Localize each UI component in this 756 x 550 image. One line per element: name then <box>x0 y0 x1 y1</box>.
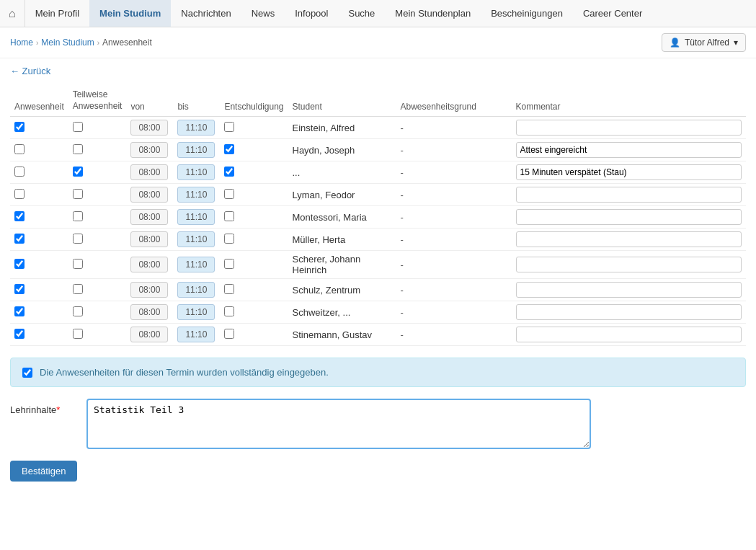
entschuldigung-checkbox-0[interactable] <box>224 122 234 132</box>
teilweise-checkbox-3[interactable] <box>73 189 83 199</box>
abwesenheitsgrund-5: - <box>396 229 512 251</box>
kommentar-input-5[interactable] <box>516 231 742 247</box>
bis-input-1[interactable] <box>177 142 215 158</box>
student-name-4: Montessori, Maria <box>288 206 396 229</box>
table-row: Müller, Herta- <box>10 229 746 251</box>
von-input-3[interactable] <box>130 187 168 203</box>
bis-input-9[interactable] <box>177 327 215 342</box>
kommentar-input-1[interactable] <box>516 142 742 158</box>
status-message: Die Anwesenheiten für diesen Termin wurd… <box>40 367 329 378</box>
table-row: Montessori, Maria- <box>10 206 746 229</box>
anwesenheit-checkbox-9[interactable] <box>14 329 25 339</box>
nav-item-infopool[interactable]: Infopool <box>285 0 338 27</box>
entschuldigung-checkbox-3[interactable] <box>224 189 234 199</box>
anwesenheit-checkbox-8[interactable] <box>14 306 25 316</box>
breadcrumb-separator: › <box>97 39 99 47</box>
teilweise-checkbox-1[interactable] <box>73 144 83 154</box>
nav-item-mein-studium[interactable]: Mein Studium <box>89 0 171 27</box>
main-content: Anwesenheit TeilweiseAnwesenheit von bis… <box>0 87 756 492</box>
status-checkbox[interactable] <box>22 368 32 378</box>
anwesenheit-checkbox-4[interactable] <box>14 211 25 221</box>
entschuldigung-checkbox-9[interactable] <box>224 329 234 339</box>
teilweise-checkbox-5[interactable] <box>73 234 83 244</box>
von-input-8[interactable] <box>130 304 168 320</box>
anwesenheit-checkbox-3[interactable] <box>14 189 25 199</box>
nav-item-mein-profil[interactable]: Mein Profil <box>25 0 89 27</box>
tutor-icon: 👤 <box>670 37 680 48</box>
table-row: Einstein, Alfred- <box>10 117 746 139</box>
teilweise-checkbox-9[interactable] <box>73 329 83 339</box>
nav-item-news[interactable]: News <box>241 0 285 27</box>
teilweise-checkbox-6[interactable] <box>73 259 83 269</box>
breadcrumb-item-1[interactable]: Mein Studium <box>41 37 94 48</box>
anwesenheit-checkbox-0[interactable] <box>14 122 25 132</box>
anwesenheit-checkbox-5[interactable] <box>14 234 25 244</box>
bis-input-7[interactable] <box>177 282 215 298</box>
lehrinhalte-textarea[interactable] <box>86 399 591 449</box>
th-von: von <box>126 87 173 117</box>
bis-input-5[interactable] <box>177 231 215 247</box>
kommentar-input-8[interactable] <box>516 304 742 320</box>
entschuldigung-checkbox-8[interactable] <box>224 306 234 316</box>
abwesenheitsgrund-2: - <box>396 161 512 184</box>
student-name-1: Haydn, Joseph <box>288 139 396 161</box>
teilweise-checkbox-8[interactable] <box>73 306 83 316</box>
teilweise-checkbox-0[interactable] <box>73 122 83 132</box>
teilweise-checkbox-4[interactable] <box>73 211 83 221</box>
kommentar-input-2[interactable] <box>516 164 742 180</box>
bis-input-2[interactable] <box>177 164 215 180</box>
kommentar-input-4[interactable] <box>516 209 742 225</box>
kommentar-input-6[interactable] <box>516 257 742 272</box>
entschuldigung-checkbox-2[interactable] <box>224 167 234 177</box>
bis-input-8[interactable] <box>177 304 215 320</box>
entschuldigung-checkbox-5[interactable] <box>224 234 234 244</box>
nav-item-mein-stundenplan[interactable]: Mein Stundenplan <box>385 0 481 27</box>
bis-input-3[interactable] <box>177 187 215 203</box>
th-entschuldigung: Entschuldigung <box>220 87 288 117</box>
entschuldigung-checkbox-6[interactable] <box>224 259 234 269</box>
confirm-button[interactable]: Bestätigen <box>10 461 77 482</box>
kommentar-input-0[interactable] <box>516 120 742 136</box>
von-input-0[interactable] <box>130 120 168 136</box>
von-input-2[interactable] <box>130 164 168 180</box>
von-input-7[interactable] <box>130 282 168 298</box>
bis-input-6[interactable] <box>177 257 215 272</box>
nav-item-career-center[interactable]: Career Center <box>573 0 652 27</box>
lehrinhalte-section: Lehrinhalte* <box>10 399 746 449</box>
teilweise-checkbox-2[interactable] <box>73 167 83 177</box>
von-input-4[interactable] <box>130 209 168 225</box>
anwesenheit-checkbox-7[interactable] <box>14 284 25 294</box>
anwesenheit-checkbox-2[interactable] <box>14 167 25 177</box>
kommentar-input-7[interactable] <box>516 282 742 298</box>
th-abwesenheitsgrund: Abwesenheitsgrund <box>396 87 512 117</box>
nav-item-bescheinigungen[interactable]: Bescheinigungen <box>481 0 573 27</box>
nav-item-suche[interactable]: Suche <box>338 0 385 27</box>
breadcrumb-item-0[interactable]: Home <box>10 37 33 48</box>
student-name-0: Einstein, Alfred <box>288 117 396 139</box>
nav-item-nachrichten[interactable]: Nachrichten <box>171 0 241 27</box>
abwesenheitsgrund-8: - <box>396 301 512 324</box>
anwesenheit-checkbox-1[interactable] <box>14 144 25 154</box>
th-anwesenheit: Anwesenheit <box>10 87 68 117</box>
table-row: Stinemann, Gustav- <box>10 324 746 346</box>
student-name-3: Lyman, Feodor <box>288 184 396 206</box>
kommentar-input-9[interactable] <box>516 327 742 342</box>
entschuldigung-checkbox-4[interactable] <box>224 211 234 221</box>
home-button[interactable]: ⌂ <box>0 0 25 27</box>
von-input-6[interactable] <box>130 257 168 272</box>
bis-input-0[interactable] <box>177 120 215 136</box>
anwesenheit-checkbox-6[interactable] <box>14 259 25 269</box>
teilweise-checkbox-7[interactable] <box>73 284 83 294</box>
tutor-label: Tütor Alfred <box>685 37 729 48</box>
von-input-5[interactable] <box>130 231 168 247</box>
von-input-1[interactable] <box>130 142 168 158</box>
entschuldigung-checkbox-1[interactable] <box>224 144 234 154</box>
back-link[interactable]: ← Zurück <box>0 58 61 84</box>
von-input-9[interactable] <box>130 327 168 342</box>
tutor-button[interactable]: 👤 Tütor Alfred ▾ <box>662 33 746 52</box>
th-kommentar: Kommentar <box>512 87 747 117</box>
bis-input-4[interactable] <box>177 209 215 225</box>
entschuldigung-checkbox-7[interactable] <box>224 284 234 294</box>
kommentar-input-3[interactable] <box>516 187 742 203</box>
table-row: Schulz, Zentrum- <box>10 279 746 301</box>
